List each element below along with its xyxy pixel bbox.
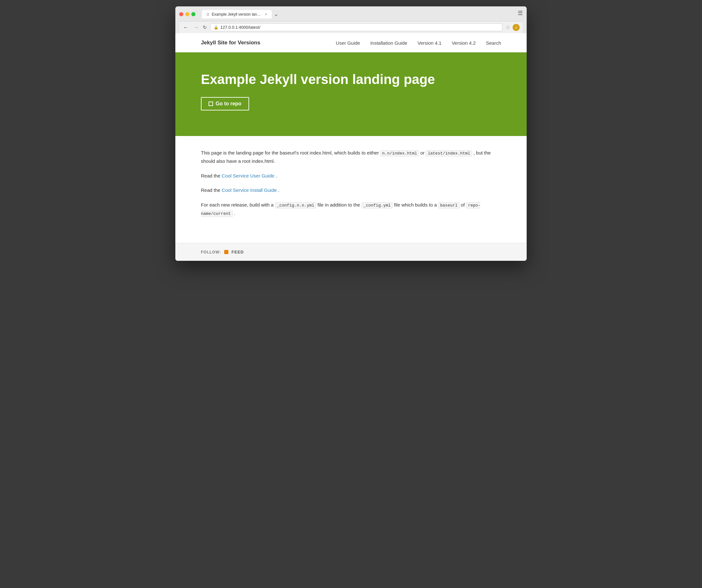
address-text: 127.0.0.1:4000/latest/ <box>220 25 260 30</box>
new-tab-button[interactable]: ⌄ <box>272 10 281 18</box>
tab-close-button[interactable]: × <box>265 12 267 17</box>
hero-btn-label: Go to repo <box>216 101 241 107</box>
browser-window: 🗋 Example Jekyll version landing × ⌄ ☰ ←… <box>176 6 526 261</box>
p4-end: of <box>461 202 466 207</box>
tab-page-icon: 🗋 <box>206 12 210 16</box>
address-bar-row: ← → ↻ 🔒 127.0.0.1:4000/latest/ ☆ i <box>179 21 523 33</box>
security-icon: 🔒 <box>214 25 219 30</box>
maximize-button[interactable] <box>191 12 196 16</box>
p2-prefix: Read the <box>201 173 222 178</box>
paragraph-2: Read the Cool Service User Guide . <box>201 172 501 180</box>
p4-final: . <box>234 210 235 216</box>
refresh-button[interactable]: ↻ <box>203 25 207 30</box>
p3-prefix: Read the <box>201 187 222 193</box>
hero-section: Example Jekyll version landing page Go t… <box>176 52 526 136</box>
site-nav: Jekyll Site for Versions User Guide Inst… <box>176 33 526 52</box>
p2-suffix: . <box>276 173 277 178</box>
browser-actions: ☆ i <box>505 24 519 31</box>
p4-code3: _config.n.n.yml <box>275 202 316 208</box>
minimize-button[interactable] <box>185 12 190 16</box>
main-content: This page is the landing page for the ba… <box>176 136 526 243</box>
browser-tab[interactable]: 🗋 Example Jekyll version landing × <box>202 10 272 18</box>
p1-text-or: or <box>420 150 426 155</box>
nav-link-user-guide[interactable]: User Guide <box>336 40 360 46</box>
nav-link-version-42[interactable]: Version 4.2 <box>452 40 476 46</box>
browser-controls-row: 🗋 Example Jekyll version landing × ⌄ ☰ <box>179 10 523 18</box>
p4-code4: _config.yml <box>362 202 393 208</box>
paragraph-3: Read the Cool Service Install Guide . <box>201 186 501 194</box>
nav-link-installation-guide[interactable]: Installation Guide <box>370 40 407 46</box>
p4-code5: baseurl <box>438 202 460 208</box>
paragraph-4: For each new release, build with a _conf… <box>201 201 501 217</box>
feed-icon <box>224 250 228 254</box>
p4-mid1: file in addition to the <box>318 202 362 207</box>
bookmark-icon[interactable]: ☆ <box>505 24 510 30</box>
footer-follow-label: FOLLOW: <box>201 250 221 255</box>
p4-mid2: file which builds to a <box>394 202 438 207</box>
p1-text-before: This page is the landing page for the ba… <box>201 150 379 155</box>
forward-button[interactable]: → <box>193 25 200 30</box>
site-footer: FOLLOW: FEED <box>176 243 526 261</box>
nav-link-search[interactable]: Search <box>486 40 501 46</box>
feed-link[interactable]: FEED <box>232 250 244 255</box>
page-content: Jekyll Site for Versions User Guide Inst… <box>176 33 526 261</box>
nav-links: User Guide Installation Guide Version 4.… <box>336 40 501 46</box>
hero-title: Example Jekyll version landing page <box>201 71 501 88</box>
traffic-lights <box>179 12 196 16</box>
address-bar[interactable]: 🔒 127.0.0.1:4000/latest/ <box>210 23 502 31</box>
browser-chrome: 🗋 Example Jekyll version landing × ⌄ ☰ ←… <box>176 6 526 33</box>
p1-code1: n.n/index.html <box>380 150 419 156</box>
user-guide-link[interactable]: Cool Service User Guide <box>222 173 274 178</box>
go-to-repo-button[interactable]: Go to repo <box>201 97 249 111</box>
p1-code2: latest/index.html <box>426 150 472 156</box>
site-brand: Jekyll Site for Versions <box>201 39 260 46</box>
tab-bar: 🗋 Example Jekyll version landing × ⌄ <box>202 10 515 18</box>
p3-suffix: . <box>278 187 279 193</box>
back-button[interactable]: ← <box>183 25 190 30</box>
profile-button[interactable]: i <box>512 24 519 31</box>
browser-extension-icon[interactable]: ☰ <box>518 10 523 18</box>
p4-before: For each new release, build with a <box>201 202 275 207</box>
paragraph-1: This page is the landing page for the ba… <box>201 149 501 165</box>
close-button[interactable] <box>179 12 183 16</box>
install-guide-link[interactable]: Cool Service Install Guide <box>222 187 277 193</box>
repo-icon <box>209 102 213 106</box>
tab-title: Example Jekyll version landing <box>212 12 263 17</box>
nav-link-version-41[interactable]: Version 4.1 <box>418 40 441 46</box>
